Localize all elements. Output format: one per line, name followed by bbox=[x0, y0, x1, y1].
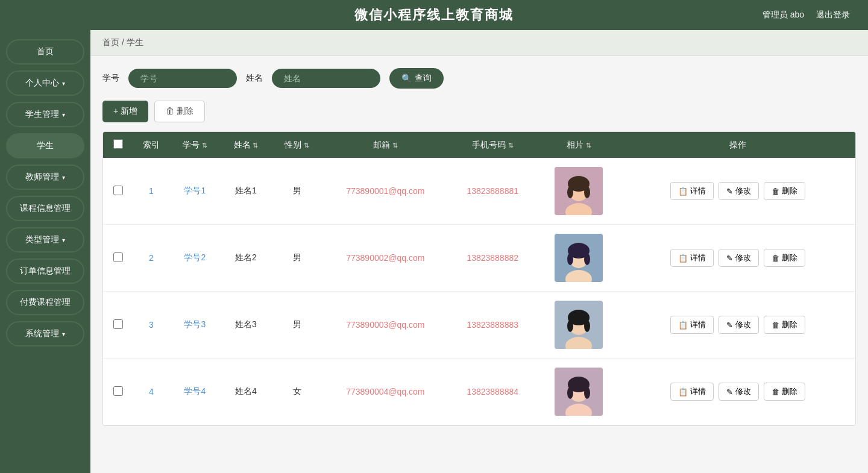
td-email: 773890004@qq.com bbox=[322, 359, 448, 425]
sidebar-order-mgmt-label: 订单信息管理 bbox=[20, 266, 71, 277]
name-search-input[interactable] bbox=[272, 69, 380, 88]
td-index: 3 bbox=[133, 292, 169, 359]
sort-icon-id: ⇅ bbox=[202, 142, 207, 149]
sidebar-item-teacher-mgmt[interactable]: 教师管理 ▾ bbox=[6, 164, 84, 190]
td-gender: 女 bbox=[271, 359, 322, 425]
chevron-down-icon: ▾ bbox=[62, 237, 65, 243]
delete-icon: 🗑 bbox=[772, 321, 779, 330]
name-search-label: 姓名 bbox=[246, 73, 263, 84]
app-title: 微信小程序线上教育商城 bbox=[354, 6, 514, 24]
select-all-checkbox[interactable] bbox=[113, 139, 123, 149]
sidebar-item-profile[interactable]: 个人中心 ▾ bbox=[6, 70, 84, 96]
content-area: 学号 姓名 🔍 查询 + 新增 🗑 删除 bbox=[90, 56, 868, 438]
svg-point-5 bbox=[584, 186, 590, 198]
sidebar-item-type-mgmt[interactable]: 类型管理 ▾ bbox=[6, 227, 84, 252]
td-id: 学号3 bbox=[169, 292, 221, 359]
sidebar-item-system-mgmt[interactable]: 系统管理 ▾ bbox=[6, 321, 84, 346]
th-email[interactable]: 邮箱 ⇅ bbox=[322, 132, 448, 158]
action-bar: + 新增 🗑 删除 bbox=[102, 101, 856, 122]
td-gender: 男 bbox=[271, 225, 322, 292]
row-delete-button[interactable]: 🗑 删除 bbox=[764, 316, 805, 334]
delete-icon: 🗑 bbox=[772, 387, 779, 396]
add-button[interactable]: + 新增 bbox=[102, 101, 148, 122]
edit-icon: ✎ bbox=[726, 254, 733, 263]
search-icon: 🔍 bbox=[401, 74, 412, 83]
td-id: 学号4 bbox=[169, 359, 221, 425]
sort-icon-phone: ⇅ bbox=[508, 142, 514, 149]
td-email: 773890002@qq.com bbox=[322, 225, 448, 292]
detail-icon: 📋 bbox=[678, 254, 688, 263]
row-checkbox-1[interactable] bbox=[113, 186, 123, 195]
td-checkbox bbox=[103, 292, 133, 359]
row-delete-button[interactable]: 🗑 删除 bbox=[764, 182, 805, 200]
header-right: 管理员 abo 退出登录 bbox=[763, 10, 850, 20]
td-gender: 男 bbox=[271, 292, 322, 359]
sidebar-type-mgmt-label: 类型管理 bbox=[25, 234, 59, 245]
sidebar-item-order-mgmt[interactable]: 订单信息管理 bbox=[6, 258, 84, 284]
main-content: 首页 / 学生 学号 姓名 🔍 查询 + 新增 🗑 删 bbox=[90, 30, 868, 473]
search-button[interactable]: 🔍 查询 bbox=[389, 68, 444, 89]
detail-icon: 📋 bbox=[678, 321, 688, 330]
th-name[interactable]: 姓名 ⇅ bbox=[221, 132, 272, 158]
detail-button[interactable]: 📋 详情 bbox=[670, 249, 714, 267]
td-actions: 📋 详情 ✎ 修改 🗑 删除 bbox=[621, 359, 855, 425]
sidebar-course-info-label: 课程信息管理 bbox=[20, 203, 71, 214]
th-phone[interactable]: 手机号码 ⇅ bbox=[448, 132, 537, 158]
edit-button[interactable]: ✎ 修改 bbox=[719, 249, 759, 267]
th-gender[interactable]: 性别 ⇅ bbox=[271, 132, 322, 158]
row-checkbox-2[interactable] bbox=[113, 252, 123, 262]
sort-icon-gender: ⇅ bbox=[304, 142, 309, 149]
td-phone: 13823888881 bbox=[448, 158, 537, 225]
th-photo[interactable]: 相片 ⇅ bbox=[537, 132, 621, 158]
sidebar: 首页 个人中心 ▾ 学生管理 ▾ 学生 教师管理 ▾ 课程信息管理 类型管理 ▾… bbox=[0, 30, 90, 473]
batch-delete-button[interactable]: 🗑 删除 bbox=[154, 101, 205, 122]
header: 微信小程序线上教育商城 管理员 abo 退出登录 bbox=[0, 0, 868, 30]
row-delete-button[interactable]: 🗑 删除 bbox=[764, 249, 805, 267]
row-delete-button[interactable]: 🗑 删除 bbox=[764, 383, 805, 401]
edit-button[interactable]: ✎ 修改 bbox=[719, 182, 759, 200]
sidebar-teacher-mgmt-label: 教师管理 bbox=[25, 172, 59, 183]
edit-button[interactable]: ✎ 修改 bbox=[719, 383, 759, 401]
svg-point-11 bbox=[584, 253, 590, 265]
detail-button[interactable]: 📋 详情 bbox=[670, 182, 714, 200]
sidebar-item-course-info[interactable]: 课程信息管理 bbox=[6, 196, 84, 221]
td-index: 2 bbox=[133, 225, 169, 292]
td-photo bbox=[537, 158, 621, 225]
td-actions: 📋 详情 ✎ 修改 🗑 删除 bbox=[621, 292, 855, 359]
detail-icon: 📋 bbox=[678, 387, 688, 396]
row-checkbox-4[interactable] bbox=[113, 386, 123, 396]
sidebar-student-label: 学生 bbox=[37, 140, 54, 151]
td-email: 773890001@qq.com bbox=[322, 158, 448, 225]
data-table: 索引 学号 ⇅ 姓名 ⇅ 性别 ⇅ 邮箱 ⇅ 手机号码 ⇅ 相片 ⇅ 操作 bbox=[102, 131, 856, 426]
svg-point-16 bbox=[567, 320, 573, 332]
search-btn-label: 查询 bbox=[415, 73, 432, 84]
row-checkbox-3[interactable] bbox=[113, 319, 123, 329]
td-checkbox bbox=[103, 158, 133, 225]
sidebar-item-paid-course[interactable]: 付费课程管理 bbox=[6, 290, 84, 315]
td-photo bbox=[537, 292, 621, 359]
logout-button[interactable]: 退出登录 bbox=[816, 10, 850, 20]
sidebar-item-home[interactable]: 首页 bbox=[6, 39, 84, 64]
svg-point-23 bbox=[584, 387, 590, 399]
th-id[interactable]: 学号 ⇅ bbox=[169, 132, 221, 158]
breadcrumb-separator: / bbox=[122, 37, 127, 47]
th-actions: 操作 bbox=[621, 132, 855, 158]
sidebar-item-student-mgmt[interactable]: 学生管理 ▾ bbox=[6, 102, 84, 127]
breadcrumb-home[interactable]: 首页 bbox=[102, 37, 119, 47]
id-search-input[interactable] bbox=[128, 69, 237, 88]
admin-label: 管理员 abo bbox=[763, 10, 804, 20]
delete-icon: 🗑 bbox=[772, 254, 779, 263]
td-index: 4 bbox=[133, 359, 169, 425]
detail-button[interactable]: 📋 详情 bbox=[670, 383, 714, 401]
table-row: 1 学号1 姓名1 男 773890001@qq.com 13823888881 bbox=[103, 158, 855, 225]
td-checkbox bbox=[103, 225, 133, 292]
svg-point-4 bbox=[567, 186, 573, 198]
sidebar-item-student[interactable]: 学生 bbox=[6, 133, 84, 158]
sidebar-profile-label: 个人中心 bbox=[25, 78, 59, 89]
svg-point-22 bbox=[567, 387, 573, 399]
svg-point-17 bbox=[584, 320, 590, 332]
sort-icon-email: ⇅ bbox=[392, 142, 398, 149]
edit-button[interactable]: ✎ 修改 bbox=[719, 316, 759, 334]
sidebar-home-label: 首页 bbox=[37, 46, 54, 57]
detail-button[interactable]: 📋 详情 bbox=[670, 316, 714, 334]
